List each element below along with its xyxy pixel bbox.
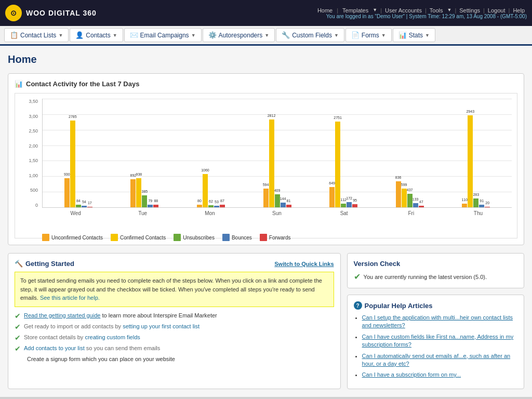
getting-started-header: 🔨 Getting Started Switch to Quick Links	[15, 260, 334, 268]
step-1-link[interactable]: Read the getting started guide	[24, 312, 100, 318]
step-4-link[interactable]: Add contacts to your list	[24, 345, 85, 351]
bar-Wed-2: 84	[76, 205, 81, 207]
top-nav-links: Home | Templates ▼ | User Accounts | Too…	[315, 7, 527, 14]
chart-section: 📊 Contact Activity for the Last 7 Days 3…	[8, 73, 524, 245]
legend-item-2: Unsubscribes	[174, 234, 215, 241]
bottom-row: 🔨 Getting Started Switch to Quick Links …	[8, 253, 524, 389]
x-label-Tue: Tue	[109, 209, 176, 216]
autoresponders-arrow: ▼	[264, 33, 269, 38]
nav-help[interactable]: Help	[511, 7, 527, 14]
help-articles-header: ? Popular Help Articles	[354, 301, 517, 310]
bar-Fri-3: 133	[413, 203, 418, 207]
contact-lists-arrow: ▼	[58, 33, 63, 38]
stats-icon: 📊	[398, 31, 407, 39]
nav-email-campaigns[interactable]: ✉️ Email Campaigns ▼	[124, 28, 202, 42]
nav-stats[interactable]: 📊 Stats ▼	[393, 28, 435, 42]
bar-Sat-0: 649	[329, 187, 335, 207]
nav-contact-lists[interactable]: 📋 Contact Lists ▼	[4, 28, 69, 42]
bar-Thu-3: 91	[479, 205, 484, 207]
bar-Sat-4: 95	[352, 204, 357, 207]
step-3-link[interactable]: creating custom fields	[85, 334, 140, 340]
step-1-check: ✔	[15, 312, 21, 320]
chart-container: 3,50 3,00 2,50 2,00 1,50 1,00 500 0	[15, 93, 517, 238]
legend-item-0: Unconfirmed Contacts	[42, 234, 103, 241]
step-4: ✔ Add contacts to your list so you can s…	[15, 345, 334, 353]
nav-forms[interactable]: 📄 Forms ▼	[345, 28, 392, 42]
nav-home[interactable]: Home	[315, 7, 335, 14]
bar-Fri-2: 437	[407, 194, 413, 207]
bar-Mon-4: 87	[220, 205, 225, 207]
bar-group-Mon: 801060625387	[178, 98, 244, 207]
x-labels-area: WedTueMonSunSatFriThu	[42, 209, 512, 216]
help-article-2-link[interactable]: Can I have custom fields like First na..…	[362, 334, 514, 348]
legend-color-4	[260, 234, 267, 241]
bar-Sun-2: 409	[275, 194, 280, 207]
step-4-check: ✔	[15, 344, 21, 353]
bar-group-Thu: 11029432839120	[443, 98, 509, 207]
bar-Mon-1: 1060	[203, 174, 208, 207]
bar-render-area: 9302785845417892938385798880106062538759…	[43, 99, 512, 207]
forms-arrow: ▼	[381, 33, 386, 38]
contacts-icon: 👤	[75, 31, 84, 39]
bar-Sun-0: 594	[263, 189, 269, 207]
step-5: Create a signup form which you can place…	[15, 356, 334, 362]
step-2: ✔ Get ready to import or add contacts by…	[15, 323, 334, 331]
legend-color-3	[222, 234, 230, 241]
email-campaigns-arrow: ▼	[191, 33, 196, 38]
x-label-Sun: Sun	[243, 209, 310, 216]
nav-tools[interactable]: Tools	[428, 7, 445, 14]
nav-templates[interactable]: Templates	[340, 7, 370, 14]
nav-settings[interactable]: Settings	[457, 7, 482, 14]
switch-to-quick-links[interactable]: Switch to Quick Links	[274, 261, 334, 267]
bar-Sat-2: 112	[341, 204, 346, 207]
legend-label-3: Bounces	[232, 235, 252, 241]
chart-legend: Unconfirmed ContactsConfirmed ContactsUn…	[20, 234, 512, 241]
version-check: Version Check ✔ You are currently runnin…	[347, 253, 524, 288]
bar-Sun-3: 144	[281, 203, 286, 207]
logo-icon: ⊙	[5, 5, 22, 21]
chart-title-icon: 📊	[15, 80, 23, 88]
help-article-3-link[interactable]: Can I automatically send out emails af..…	[362, 353, 511, 367]
top-nav: Home | Templates ▼ | User Accounts | Too…	[315, 7, 527, 19]
legend-item-4: Forwards	[260, 234, 291, 241]
help-article-1-link[interactable]: Can I setup the application with multi..…	[362, 314, 513, 328]
bar-Wed-1: 2785	[70, 121, 75, 207]
step-3: ✔ Store contact details by creating cust…	[15, 334, 334, 342]
bar-Thu-1: 2943	[468, 115, 473, 207]
nav-autoresponders[interactable]: ⚙️ Autoresponders ▼	[203, 28, 275, 42]
email-campaigns-icon: ✉️	[130, 31, 138, 39]
templates-arrow: ▼	[370, 7, 379, 14]
version-ok: ✔ You are currently running the latest v…	[354, 272, 517, 282]
bar-Fri-4: 47	[419, 206, 424, 207]
nav-contacts[interactable]: 👤 Contacts ▼	[70, 28, 123, 42]
custom-fields-arrow: ▼	[334, 33, 339, 38]
bar-Tue-3: 79	[148, 205, 153, 207]
legend-color-2	[174, 234, 181, 241]
info-box: To get started sending emails you need t…	[15, 272, 334, 307]
legend-item-1: Confirmed Contacts	[111, 234, 166, 241]
bar-Sun-4: 81	[286, 205, 291, 207]
nav-user-accounts[interactable]: User Accounts	[383, 7, 424, 14]
nav-logout[interactable]: Logout	[486, 7, 508, 14]
page-title: Home	[8, 54, 524, 65]
bar-Thu-4: 20	[485, 207, 490, 207]
bar-Sat-1: 2751	[335, 122, 340, 207]
bar-Mon-2: 62	[208, 205, 214, 207]
content-area: Home 📊 Contact Activity for the Last 7 D…	[0, 46, 532, 397]
nav-custom-fields[interactable]: 🔧 Custom Fields ▼	[276, 28, 344, 42]
bar-Tue-0: 892	[130, 179, 136, 207]
help-article-4-link[interactable]: Can I have a subscription form on my...	[362, 371, 461, 378]
top-header: ⊙ WOO DIGITAL 360 Home | Templates ▼ | U…	[0, 0, 532, 26]
bar-group-Sat: 649275111217295	[310, 98, 377, 207]
step-2-link[interactable]: setting up your first contact list	[123, 323, 200, 329]
info-link[interactable]: See this article for help.	[40, 295, 100, 301]
legend-label-4: Forwards	[269, 235, 291, 241]
bar-group-Wed: 9302785845417	[45, 98, 112, 207]
help-article-1: Can I setup the application with multi..…	[362, 314, 517, 330]
autoresponders-icon: ⚙️	[208, 31, 217, 39]
help-article-4: Can I have a subscription form on my...	[362, 371, 517, 379]
bar-Tue-4: 88	[153, 205, 158, 207]
step-2-check: ✔	[15, 323, 21, 331]
legend-label-2: Unsubscribes	[183, 235, 215, 241]
contact-lists-icon: 📋	[10, 31, 18, 39]
